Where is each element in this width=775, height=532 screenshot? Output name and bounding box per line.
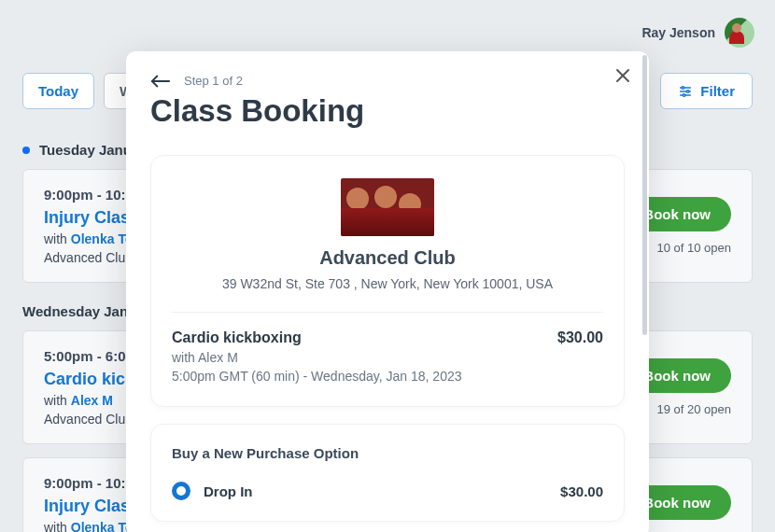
close-icon[interactable] (615, 68, 630, 83)
divider (172, 312, 603, 313)
modal-class-when: 5:00pm GMT (60 min) - Wednesday, Jan 18,… (172, 369, 462, 384)
instructor-link[interactable]: Alex M (71, 393, 113, 408)
club-class-card: Advanced Club 39 W32nd St, Ste 703 , New… (150, 155, 625, 407)
class-booking-modal: Step 1 of 2 Class Booking Advanced Club … (126, 51, 649, 532)
purchase-options-title: Buy a New Purchase Option (172, 445, 603, 461)
svg-point-5 (683, 93, 686, 96)
purchase-options-card: Buy a New Purchase Option Drop In $30.00 (150, 424, 625, 522)
filter-label: Filter (700, 83, 735, 99)
purchase-option-name: Drop In (204, 483, 547, 499)
modal-class-instructor: with Alex M (172, 350, 462, 365)
purchase-option-price: $30.00 (560, 483, 603, 499)
club-image (341, 178, 434, 236)
club-name: Advanced Club (172, 247, 603, 269)
modal-class-price: $30.00 (557, 329, 603, 346)
back-arrow-icon[interactable] (150, 75, 171, 88)
user-name: Ray Jenson (641, 25, 715, 40)
radio-selected-icon[interactable] (172, 482, 190, 500)
svg-point-4 (687, 90, 690, 92)
sliders-icon (678, 84, 693, 99)
modal-scrollbar[interactable] (642, 55, 647, 532)
user-avatar-icon (725, 18, 754, 48)
today-button[interactable]: Today (22, 73, 94, 109)
modal-class-name: Cardio kickboxing (172, 329, 462, 346)
step-label: Step 1 of 2 (184, 74, 243, 88)
modal-title: Class Booking (150, 93, 625, 129)
filter-button[interactable]: Filter (660, 73, 753, 109)
current-day-dot-icon (22, 147, 30, 154)
club-address: 39 W32nd St, Ste 703 , New York, New Yor… (172, 276, 603, 291)
svg-point-3 (682, 86, 684, 89)
user-chip[interactable]: Ray Jenson (641, 18, 754, 48)
purchase-option-row[interactable]: Drop In $30.00 (172, 482, 603, 500)
